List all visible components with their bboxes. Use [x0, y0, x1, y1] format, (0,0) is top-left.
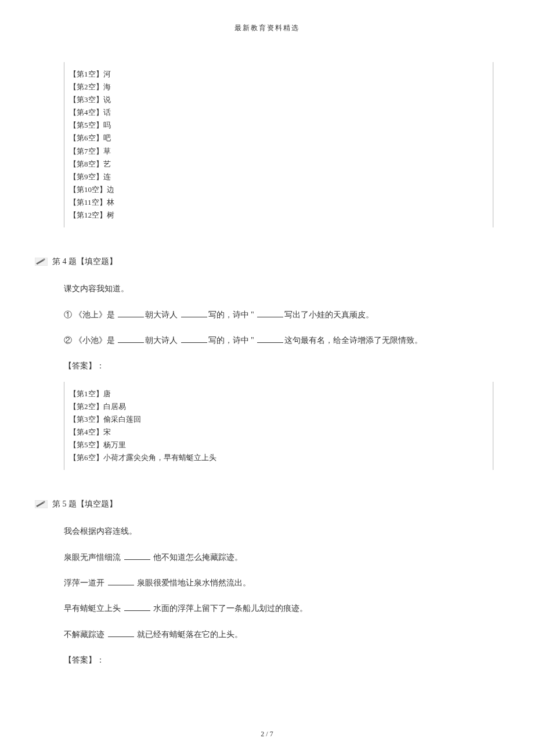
question-title: 第 4 题【填空题】	[52, 256, 117, 267]
blank	[124, 603, 150, 611]
text-segment: 泉眼无声惜细流	[64, 553, 123, 562]
answer-box-q4: 【第1空】唐 【第2空】白居易 【第3空】偷采白莲回 【第4空】宋 【第5空】杨…	[64, 382, 493, 471]
blank	[257, 335, 283, 343]
question-5-body: 我会根据内容连线。 泉眼无声惜细流 他不知道怎么掩藏踪迹。 浮萍一道开 泉眼很爱…	[35, 521, 499, 671]
pencil-icon	[35, 500, 48, 508]
text-segment: 泉眼很爱惜地让泉水悄然流出。	[135, 578, 251, 587]
blank	[108, 629, 134, 637]
question-5-header: 第 5 题【填空题】	[35, 499, 499, 509]
answer-line: 【第2空】海	[69, 81, 488, 93]
blank	[108, 577, 134, 585]
text-segment: 写出了小娃的天真顽皮。	[284, 310, 374, 319]
question-line: 泉眼无声惜细流 他不知道怎么掩藏踪迹。	[64, 547, 499, 568]
answer-line: 【第4空】宋	[69, 426, 488, 439]
question-intro: 课文内容我知道。	[64, 278, 499, 299]
blank	[118, 309, 144, 317]
text-segment: 朝大诗人	[145, 310, 180, 319]
answer-line: 【第4空】话	[69, 106, 488, 119]
blank	[118, 335, 144, 343]
question-intro: 我会根据内容连线。	[64, 521, 499, 542]
question-title: 第 5 题【填空题】	[52, 499, 117, 509]
text-segment: ② 《小池》是	[64, 336, 117, 345]
question-line: ① 《池上》是 朝大诗人 写的，诗中 " 写出了小娃的天真顽皮。	[64, 305, 499, 325]
answer-box-q3: 【第1空】河 【第2空】海 【第3空】说 【第4空】话 【第5空】吗 【第6空】…	[64, 62, 493, 227]
text-segment: 早有蜻蜓立上头	[64, 604, 123, 613]
question-line: 早有蜻蜓立上头 水面的浮萍上留下了一条船儿划过的痕迹。	[64, 598, 499, 619]
answer-line: 【第3空】偷采白莲回	[69, 413, 488, 426]
answer-line: 【第1空】河	[69, 68, 488, 81]
blank	[124, 552, 150, 560]
answer-line: 【第7空】草	[69, 145, 488, 158]
question-line: 浮萍一道开 泉眼很爱惜地让泉水悄然流出。	[64, 573, 499, 594]
answer-line: 【第9空】连	[69, 171, 488, 183]
answer-label: 【答案】：	[64, 650, 499, 671]
question-4-header: 第 4 题【填空题】	[35, 256, 499, 267]
text-segment: ① 《池上》是	[64, 310, 117, 319]
text-segment: 写的，诗中 "	[208, 310, 257, 319]
answer-line: 【第5空】吗	[69, 119, 488, 132]
pencil-icon	[35, 258, 48, 266]
answer-line: 【第11空】林	[69, 196, 488, 209]
page-footer: 2 / 7	[0, 730, 534, 739]
answer-line: 【第12空】树	[69, 209, 488, 222]
page-content: 【第1空】河 【第2空】海 【第3空】说 【第4空】话 【第5空】吗 【第6空】…	[0, 62, 534, 671]
answer-line: 【第1空】唐	[69, 388, 488, 400]
text-segment: 不解藏踪迹	[64, 630, 107, 639]
text-segment: 这句最有名，给全诗增添了无限情致。	[284, 336, 423, 345]
answer-line: 【第5空】杨万里	[69, 439, 488, 451]
question-line: 不解藏踪迹 就已经有蜻蜓落在它的上头。	[64, 624, 499, 645]
answer-line: 【第3空】说	[69, 93, 488, 106]
blank	[181, 335, 207, 343]
text-segment: 写的，诗中 "	[208, 336, 257, 345]
answer-line: 【第6空】小荷才露尖尖角，早有蜻蜓立上头	[69, 451, 488, 464]
answer-line: 【第2空】白居易	[69, 400, 488, 413]
answer-line: 【第6空】吧	[69, 132, 488, 144]
page-header: 最新教育资料精选	[0, 0, 534, 45]
answer-label: 【答案】：	[64, 356, 499, 377]
blank	[257, 309, 283, 317]
text-segment: 朝大诗人	[145, 336, 180, 345]
text-segment: 他不知道怎么掩藏踪迹。	[151, 553, 243, 562]
text-segment: 就已经有蜻蜓落在它的上头。	[135, 630, 243, 639]
blank	[181, 309, 207, 317]
question-4-body: 课文内容我知道。 ① 《池上》是 朝大诗人 写的，诗中 " 写出了小娃的天真顽皮…	[35, 278, 499, 377]
question-line: ② 《小池》是 朝大诗人 写的，诗中 " 这句最有名，给全诗增添了无限情致。	[64, 330, 499, 351]
text-segment: 浮萍一道开	[64, 578, 107, 587]
answer-line: 【第8空】艺	[69, 158, 488, 171]
answer-line: 【第10空】边	[69, 183, 488, 196]
text-segment: 水面的浮萍上留下了一条船儿划过的痕迹。	[151, 604, 308, 613]
